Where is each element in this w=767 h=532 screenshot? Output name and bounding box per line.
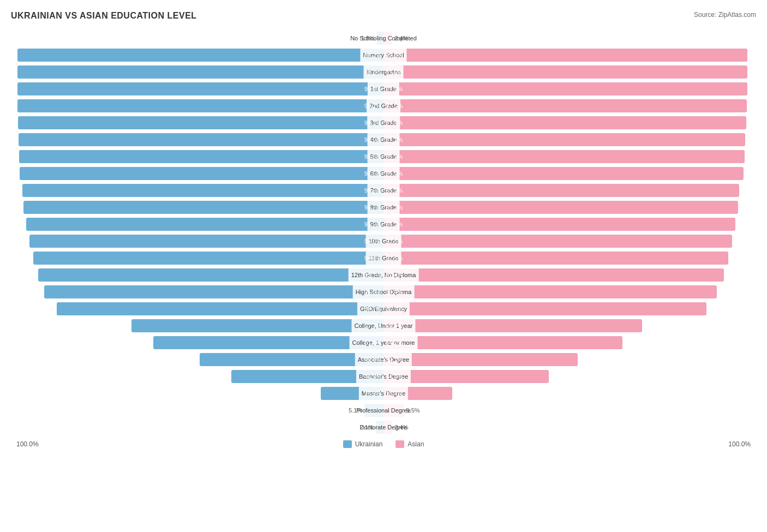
bar-right-asian: [384, 319, 642, 332]
bar-left-ukrainian: [17, 99, 384, 112]
bar-left-label: 1.8%: [361, 32, 375, 45]
bar-right-label: 96.9%: [386, 150, 403, 163]
chart-title: UKRAINIAN VS ASIAN EDUCATION LEVEL: [11, 11, 197, 21]
chart-body: No Schooling Completed1.8%2.4%Nursery Sc…: [11, 31, 756, 435]
bar-right-asian: [384, 65, 747, 79]
bar-left-ukrainian: [29, 235, 384, 248]
bar-left-ukrainian: [44, 285, 384, 298]
bar-left-ukrainian: [38, 268, 384, 282]
chart-footer: 100.0% Ukrainian Asian 100.0%: [11, 440, 756, 448]
bar-right-label: 97.6%: [386, 65, 403, 79]
axis-label-right: 100.0%: [728, 440, 751, 448]
bar-row: Doctorate Degree2.1%2.4%: [11, 420, 756, 435]
bar-left-label: 61.8%: [364, 336, 381, 349]
bar-left-label: 98.3%: [364, 82, 381, 95]
bar-center-label: High School Diploma: [353, 285, 415, 299]
bar-row: Professional Degree5.1%5.5%: [11, 403, 756, 418]
bar-left-label: 95.9%: [364, 218, 381, 231]
bar-left-ukrainian: [57, 302, 384, 315]
legend-color-asian: [396, 440, 404, 448]
bar-row: 5th Grade97.8%96.9%: [11, 149, 756, 164]
bar-center-label: No Schooling Completed: [347, 31, 420, 45]
bar-left-label: 94.0%: [364, 252, 381, 265]
bar-right-label: 94.5%: [386, 218, 403, 231]
bar-row: 12th Grade, No Diploma92.7%91.4%: [11, 267, 756, 283]
bar-right-label: 97.6%: [386, 49, 403, 62]
bar-left-ukrainian: [20, 167, 384, 180]
legend: Ukrainian Asian: [343, 440, 424, 448]
bar-right-asian: [384, 218, 735, 231]
bar-right-label: 2.4%: [394, 32, 408, 45]
bar-right-asian: [384, 167, 744, 180]
bar-left-ukrainian: [17, 49, 384, 62]
legend-item-ukrainian: Ukrainian: [343, 440, 383, 448]
bar-left-ukrainian: [17, 82, 384, 95]
bar-left-label: 91.0%: [364, 285, 381, 298]
chart-container: UKRAINIAN VS ASIAN EDUCATION LEVEL Sourc…: [11, 11, 756, 448]
bar-row: Kindergarten98.3%97.6%: [11, 64, 756, 80]
bar-left-label: 2.1%: [360, 421, 374, 434]
bar-left-ukrainian: [22, 184, 384, 197]
bar-right-label: 64.2%: [386, 336, 403, 349]
bar-center-label: College, 1 year or more: [350, 336, 418, 350]
bar-left-label: 96.7%: [364, 201, 381, 214]
legend-label-asian: Asian: [408, 440, 424, 448]
bar-left-label: 95.0%: [364, 235, 381, 248]
bar-right-asian: [384, 184, 739, 197]
bar-right-asian: [384, 150, 745, 163]
bar-row: Master's Degree16.9%18.4%: [11, 386, 756, 401]
bar-right-asian: [384, 201, 738, 214]
bar-right-label: 89.4%: [386, 285, 403, 298]
bar-right-asian: [384, 353, 578, 366]
bar-row: 2nd Grade98.2%97.5%: [11, 98, 756, 113]
bar-left-label: 67.7%: [364, 319, 381, 332]
bar-left-label: 16.9%: [364, 387, 381, 400]
legend-color-ukrainian: [343, 440, 352, 448]
legend-item-asian: Asian: [396, 440, 424, 448]
bar-right-asian: [384, 82, 747, 95]
bar-row: 10th Grade95.0%93.5%: [11, 234, 756, 249]
bar-left-label: 5.1%: [349, 404, 362, 417]
bar-row: 8th Grade96.7%95.2%: [11, 200, 756, 215]
bar-right-label: 97.4%: [386, 116, 403, 129]
bar-row: Bachelor's Degree40.9%44.4%: [11, 369, 756, 384]
bar-row: 7th Grade96.9%95.5%: [11, 183, 756, 198]
bar-left-label: 97.8%: [364, 150, 381, 163]
bar-right-asian: [384, 252, 728, 265]
bar-row: 11th Grade94.0%92.5%: [11, 250, 756, 266]
axis-label-left: 100.0%: [16, 440, 39, 448]
bar-right-label: 86.7%: [386, 302, 403, 315]
bar-right-asian: [384, 133, 745, 146]
bar-left-label: 40.9%: [364, 370, 381, 383]
chart-source: Source: ZipAtlas.com: [694, 11, 756, 19]
bar-left-label: 92.7%: [364, 268, 381, 282]
legend-label-ukrainian: Ukrainian: [355, 440, 383, 448]
bar-right-asian: [384, 116, 746, 129]
bar-right-label: 93.5%: [386, 235, 403, 248]
bar-left-label: 97.6%: [364, 167, 381, 180]
bar-left-ukrainian: [131, 319, 384, 332]
bar-right-asian: [384, 99, 747, 112]
chart-header: UKRAINIAN VS ASIAN EDUCATION LEVEL Sourc…: [11, 11, 756, 21]
bar-left-label: 87.7%: [364, 302, 381, 315]
bar-right-label: 52.1%: [386, 353, 403, 366]
bar-right-label: 91.4%: [386, 268, 403, 282]
bar-right-asian: [384, 336, 622, 349]
bar-right-asian: [384, 302, 706, 315]
bar-right-label: 69.4%: [386, 319, 403, 332]
bar-left-ukrainian: [18, 116, 384, 129]
bar-row: GED/Equivalency87.7%86.7%: [11, 301, 756, 316]
bar-right-label: 96.6%: [386, 167, 403, 180]
bar-left-label: 98.3%: [364, 65, 381, 79]
bar-left-ukrainian: [26, 218, 384, 231]
bar-left-ukrainian: [17, 65, 384, 79]
bar-right-label: 97.6%: [386, 82, 403, 95]
bar-row: 9th Grade95.9%94.5%: [11, 217, 756, 232]
bar-row: College, Under 1 year67.7%69.4%: [11, 318, 756, 333]
bar-row: 6th Grade97.6%96.6%: [11, 166, 756, 181]
bar-left-label: 98.0%: [364, 133, 381, 146]
bar-left-ukrainian: [23, 201, 384, 214]
bar-right-label: 92.5%: [386, 252, 403, 265]
bar-left-label: 98.3%: [364, 49, 381, 62]
bar-left-label: 98.1%: [364, 116, 381, 129]
